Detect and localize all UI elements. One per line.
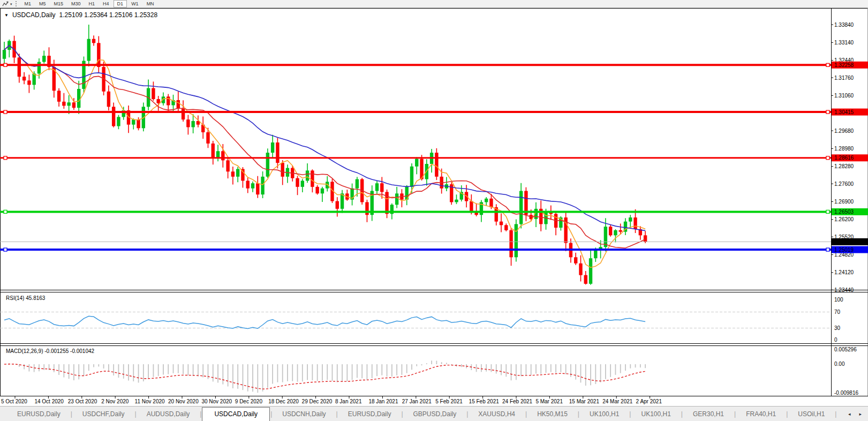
candle-body (112, 107, 115, 126)
candle-body (167, 96, 170, 105)
line-handle-marker[interactable] (4, 210, 7, 213)
candle-body (67, 102, 70, 106)
tab-usdcnh-daily[interactable]: USDCNH,Daily (273, 408, 335, 420)
level-price-badge-text: 1.32258 (834, 62, 854, 68)
macd-axis-label: 0.005296 (834, 347, 857, 352)
tab-hk50-m15[interactable]: HK50,M15 (527, 408, 577, 420)
candle-body (92, 39, 95, 43)
candle-body (191, 121, 194, 127)
rsi-axis-label: 100 (834, 297, 843, 303)
line-handle-marker[interactable] (826, 63, 829, 66)
line-handle-marker[interactable] (826, 156, 829, 160)
tab-eurusd-daily[interactable]: EURUSD,Daily (338, 408, 401, 420)
line-handle-marker[interactable] (4, 248, 7, 251)
candle-body (519, 191, 523, 224)
chart-tabs-bar: EURUSD,Daily|USDCHF,Daily|AUDUSD,Daily|U… (0, 406, 868, 421)
moving-average-mid (4, 46, 645, 248)
date-tick-label: 27 Jan 2021 (402, 399, 432, 404)
chart-tabs: EURUSD,Daily|USDCHF,Daily|AUDUSD,Daily|U… (0, 407, 846, 421)
chart-title: ▼ USDCAD,Daily 1.25109 1.25364 1.25106 1… (4, 11, 157, 19)
line-handle-marker[interactable] (826, 110, 829, 114)
candle-body (22, 77, 26, 80)
date-tick-label: 11 Nov 2020 (135, 399, 165, 404)
date-tick-label: 29 Dec 2020 (302, 399, 333, 404)
candle-body (97, 43, 100, 67)
rsi-indicator-label: RSI(14) 45.8163 (6, 295, 45, 301)
candle-body (212, 144, 215, 158)
candle-body (375, 183, 379, 191)
tab-eurusd-daily[interactable]: EURUSD,Daily (7, 408, 70, 420)
tab-usdchf-daily[interactable]: USDCHF,Daily (73, 408, 134, 420)
candle-body (633, 217, 637, 229)
rsi-axis-label: 70 (834, 309, 841, 315)
candle-body (485, 199, 488, 202)
date-tick-label: 30 Nov 2020 (201, 399, 232, 404)
candle-body (380, 183, 383, 192)
date-tick-label: 14 Oct 2020 (34, 399, 64, 404)
candle-body (62, 102, 65, 106)
candle-body (107, 92, 110, 107)
tab-fra40-h1[interactable]: FRA40,H1 (736, 408, 786, 420)
level-price-badge-text: 1.26503 (834, 209, 854, 215)
date-tick-label: 23 Oct 2020 (68, 399, 97, 404)
line-handle-marker[interactable] (826, 210, 829, 213)
price-tick-label: 1.28980 (834, 146, 854, 152)
date-tick-label: 2 Apr 2021 (636, 399, 662, 404)
candle-body (37, 62, 41, 74)
price-tick-label: 1.31760 (834, 75, 854, 81)
candle-body (395, 193, 398, 205)
candle-body (321, 189, 324, 194)
candle-body (236, 169, 239, 177)
candle-body (515, 224, 518, 257)
tab-scroll-arrows: ◂ ▸ (846, 411, 868, 417)
tab-audusd-daily[interactable]: AUDUSD,Daily (137, 408, 200, 420)
tab-uk100-h1[interactable]: UK100,H1 (580, 408, 629, 420)
date-tick-label: 9 Dec 2020 (235, 399, 263, 404)
candle-body (509, 230, 512, 257)
candle-body (365, 202, 368, 215)
candle-body (216, 151, 220, 157)
price-tick-label: 1.23440 (834, 287, 854, 293)
candle-body (301, 181, 304, 186)
moving-average-slow (4, 46, 645, 231)
candle-body (18, 57, 21, 77)
date-tick-label: 5 Oct 2020 (1, 399, 27, 404)
candle-body (435, 153, 438, 177)
tab-ger30-h1[interactable]: GER30,H1 (683, 408, 734, 420)
candle-body (221, 151, 224, 160)
tabs-scroll-left-icon[interactable]: ◂ (848, 411, 851, 417)
candle-body (246, 181, 250, 188)
candle-body (614, 230, 617, 236)
candle-body (3, 50, 6, 59)
candle-body (251, 183, 254, 189)
candle-body (619, 230, 622, 232)
price-tick-label: 1.29680 (834, 128, 854, 134)
rsi-axis-label: 30 (834, 325, 841, 331)
date-tick-label: 15 Feb 2021 (469, 399, 500, 404)
tab-gbpusd-daily[interactable]: GBPUSD,Daily (404, 408, 466, 420)
tab-xauusd-h4[interactable]: XAUUSD,H4 (469, 408, 525, 420)
candle-body (42, 56, 46, 62)
chart-canvas[interactable]: 1.338401.331401.324401.317601.310601.296… (0, 0, 868, 406)
price-tick-label: 1.26200 (834, 216, 854, 222)
symbol-dropdown-caret-icon[interactable]: ▼ (4, 13, 9, 18)
candle-body (579, 264, 582, 275)
tab-usoil-h1[interactable]: USOil,H1 (788, 408, 834, 420)
mt4-window: ▾ M1M5M15M30H1H4D1W1MN 1.338401.331401.3… (0, 0, 868, 421)
candle-body (182, 108, 185, 119)
line-handle-marker[interactable] (4, 110, 7, 114)
chart-symbol-label: USDCAD,Daily (12, 11, 56, 19)
candle-body (306, 170, 309, 181)
tab-usdjpy-h1[interactable]: USDJPY,H1 (837, 408, 846, 420)
macd-axis-label: -0.009816 (834, 390, 858, 396)
candle-body (87, 39, 90, 61)
line-handle-marker[interactable] (4, 63, 7, 66)
tab-usdcad-daily[interactable]: USDCAD,Daily (202, 407, 270, 421)
candle-body (137, 119, 140, 128)
price-tick-label: 1.31060 (834, 93, 854, 99)
line-handle-marker[interactable] (4, 156, 7, 160)
tabs-scroll-right-icon[interactable]: ▸ (859, 411, 862, 417)
candle-body (356, 179, 359, 189)
tab-uk100-h1[interactable]: UK100,H1 (631, 408, 680, 420)
line-handle-marker[interactable] (826, 248, 829, 251)
